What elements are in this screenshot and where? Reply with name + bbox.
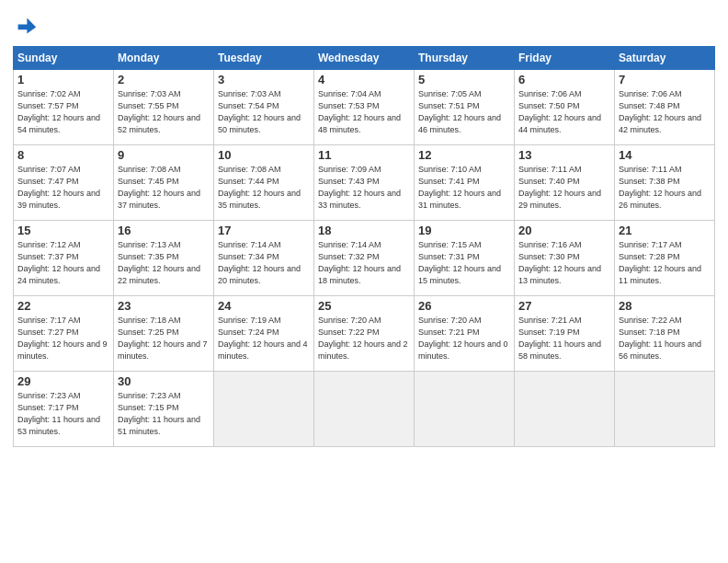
calendar-table: SundayMondayTuesdayWednesdayThursdayFrid… bbox=[13, 46, 715, 447]
table-row: 25Sunrise: 7:20 AMSunset: 7:22 PMDayligh… bbox=[314, 296, 415, 372]
day-info: Sunrise: 7:03 AMSunset: 7:54 PMDaylight:… bbox=[218, 89, 301, 134]
day-number: 27 bbox=[518, 299, 610, 313]
day-number: 30 bbox=[118, 374, 210, 388]
table-row bbox=[515, 372, 615, 447]
table-row: 27Sunrise: 7:21 AMSunset: 7:19 PMDayligh… bbox=[515, 296, 615, 372]
table-row: 17Sunrise: 7:14 AMSunset: 7:34 PMDayligh… bbox=[214, 221, 314, 296]
table-row: 30Sunrise: 7:23 AMSunset: 7:15 PMDayligh… bbox=[114, 372, 214, 447]
day-info: Sunrise: 7:23 AMSunset: 7:17 PMDaylight:… bbox=[17, 391, 100, 436]
day-number: 19 bbox=[418, 224, 510, 237]
column-header-wednesday: Wednesday bbox=[314, 47, 415, 70]
day-info: Sunrise: 7:11 AMSunset: 7:38 PMDaylight:… bbox=[619, 165, 701, 210]
day-info: Sunrise: 7:06 AMSunset: 7:48 PMDaylight:… bbox=[619, 89, 701, 134]
day-number: 21 bbox=[619, 224, 711, 237]
day-number: 6 bbox=[518, 73, 610, 86]
table-row: 26Sunrise: 7:20 AMSunset: 7:21 PMDayligh… bbox=[415, 296, 515, 372]
table-row: 22Sunrise: 7:17 AMSunset: 7:27 PMDayligh… bbox=[14, 296, 114, 372]
day-number: 18 bbox=[318, 224, 410, 237]
day-number: 24 bbox=[218, 299, 310, 313]
day-info: Sunrise: 7:23 AMSunset: 7:15 PMDaylight:… bbox=[118, 391, 200, 436]
table-row: 12Sunrise: 7:10 AMSunset: 7:41 PMDayligh… bbox=[415, 145, 515, 221]
day-info: Sunrise: 7:20 AMSunset: 7:22 PMDaylight:… bbox=[318, 316, 408, 361]
day-info: Sunrise: 7:11 AMSunset: 7:40 PMDaylight:… bbox=[518, 165, 601, 210]
day-number: 5 bbox=[418, 73, 510, 86]
table-row: 23Sunrise: 7:18 AMSunset: 7:25 PMDayligh… bbox=[114, 296, 214, 372]
table-row: 18Sunrise: 7:14 AMSunset: 7:32 PMDayligh… bbox=[314, 221, 415, 296]
table-row: 7Sunrise: 7:06 AMSunset: 7:48 PMDaylight… bbox=[615, 70, 715, 145]
day-number: 7 bbox=[619, 73, 711, 86]
day-info: Sunrise: 7:14 AMSunset: 7:34 PMDaylight:… bbox=[218, 240, 301, 285]
day-info: Sunrise: 7:10 AMSunset: 7:41 PMDaylight:… bbox=[418, 165, 501, 210]
day-number: 1 bbox=[17, 73, 109, 86]
column-header-monday: Monday bbox=[114, 47, 214, 70]
day-info: Sunrise: 7:08 AMSunset: 7:44 PMDaylight:… bbox=[218, 165, 301, 210]
day-number: 12 bbox=[418, 148, 510, 162]
table-row: 24Sunrise: 7:19 AMSunset: 7:24 PMDayligh… bbox=[214, 296, 314, 372]
day-info: Sunrise: 7:21 AMSunset: 7:19 PMDaylight:… bbox=[518, 316, 601, 361]
day-number: 25 bbox=[318, 299, 410, 313]
day-info: Sunrise: 7:17 AMSunset: 7:27 PMDaylight:… bbox=[17, 316, 108, 361]
day-info: Sunrise: 7:19 AMSunset: 7:24 PMDaylight:… bbox=[218, 316, 308, 361]
day-number: 8 bbox=[17, 148, 109, 162]
day-number: 13 bbox=[518, 148, 610, 162]
table-row: 13Sunrise: 7:11 AMSunset: 7:40 PMDayligh… bbox=[515, 145, 615, 221]
day-number: 4 bbox=[318, 73, 410, 86]
column-header-friday: Friday bbox=[515, 47, 615, 70]
table-row bbox=[314, 372, 415, 447]
day-number: 3 bbox=[218, 73, 310, 86]
day-number: 28 bbox=[619, 299, 711, 313]
day-info: Sunrise: 7:18 AMSunset: 7:25 PMDaylight:… bbox=[118, 316, 208, 361]
column-header-saturday: Saturday bbox=[615, 47, 715, 70]
day-number: 10 bbox=[218, 148, 310, 162]
table-row: 4Sunrise: 7:04 AMSunset: 7:53 PMDaylight… bbox=[314, 70, 415, 145]
day-info: Sunrise: 7:02 AMSunset: 7:57 PMDaylight:… bbox=[17, 89, 100, 134]
day-info: Sunrise: 7:15 AMSunset: 7:31 PMDaylight:… bbox=[418, 240, 501, 285]
table-row bbox=[214, 372, 314, 447]
day-number: 11 bbox=[318, 148, 410, 162]
day-info: Sunrise: 7:13 AMSunset: 7:35 PMDaylight:… bbox=[118, 240, 200, 285]
day-number: 16 bbox=[118, 224, 210, 237]
day-info: Sunrise: 7:20 AMSunset: 7:21 PMDaylight:… bbox=[418, 316, 508, 361]
day-number: 26 bbox=[418, 299, 510, 313]
day-number: 17 bbox=[218, 224, 310, 237]
day-number: 20 bbox=[518, 224, 610, 237]
day-info: Sunrise: 7:16 AMSunset: 7:30 PMDaylight:… bbox=[518, 240, 601, 285]
column-header-sunday: Sunday bbox=[14, 47, 114, 70]
day-number: 15 bbox=[17, 224, 109, 237]
table-row: 6Sunrise: 7:06 AMSunset: 7:50 PMDaylight… bbox=[515, 70, 615, 145]
day-info: Sunrise: 7:12 AMSunset: 7:37 PMDaylight:… bbox=[17, 240, 100, 285]
table-row: 10Sunrise: 7:08 AMSunset: 7:44 PMDayligh… bbox=[214, 145, 314, 221]
table-row: 16Sunrise: 7:13 AMSunset: 7:35 PMDayligh… bbox=[114, 221, 214, 296]
day-info: Sunrise: 7:03 AMSunset: 7:55 PMDaylight:… bbox=[118, 89, 200, 134]
table-row: 15Sunrise: 7:12 AMSunset: 7:37 PMDayligh… bbox=[14, 221, 114, 296]
day-info: Sunrise: 7:14 AMSunset: 7:32 PMDaylight:… bbox=[318, 240, 401, 285]
day-info: Sunrise: 7:08 AMSunset: 7:45 PMDaylight:… bbox=[118, 165, 200, 210]
day-number: 29 bbox=[17, 374, 109, 388]
day-info: Sunrise: 7:06 AMSunset: 7:50 PMDaylight:… bbox=[518, 89, 601, 134]
table-row: 8Sunrise: 7:07 AMSunset: 7:47 PMDaylight… bbox=[14, 145, 114, 221]
day-info: Sunrise: 7:07 AMSunset: 7:47 PMDaylight:… bbox=[17, 165, 100, 210]
day-number: 14 bbox=[619, 148, 711, 162]
table-row: 3Sunrise: 7:03 AMSunset: 7:54 PMDaylight… bbox=[214, 70, 314, 145]
column-header-thursday: Thursday bbox=[415, 47, 515, 70]
day-number: 22 bbox=[17, 299, 109, 313]
day-info: Sunrise: 7:04 AMSunset: 7:53 PMDaylight:… bbox=[318, 89, 401, 134]
day-number: 2 bbox=[118, 73, 210, 86]
table-row: 11Sunrise: 7:09 AMSunset: 7:43 PMDayligh… bbox=[314, 145, 415, 221]
table-row: 20Sunrise: 7:16 AMSunset: 7:30 PMDayligh… bbox=[515, 221, 615, 296]
table-row: 29Sunrise: 7:23 AMSunset: 7:17 PMDayligh… bbox=[14, 372, 114, 447]
day-number: 9 bbox=[118, 148, 210, 162]
day-info: Sunrise: 7:09 AMSunset: 7:43 PMDaylight:… bbox=[318, 165, 401, 210]
day-number: 23 bbox=[118, 299, 210, 313]
day-info: Sunrise: 7:05 AMSunset: 7:51 PMDaylight:… bbox=[418, 89, 501, 134]
logo bbox=[13, 13, 42, 39]
column-header-tuesday: Tuesday bbox=[214, 47, 314, 70]
table-row: 5Sunrise: 7:05 AMSunset: 7:51 PMDaylight… bbox=[415, 70, 515, 145]
table-row: 28Sunrise: 7:22 AMSunset: 7:18 PMDayligh… bbox=[615, 296, 715, 372]
table-row: 14Sunrise: 7:11 AMSunset: 7:38 PMDayligh… bbox=[615, 145, 715, 221]
table-row bbox=[415, 372, 515, 447]
table-row bbox=[615, 372, 715, 447]
table-row: 1Sunrise: 7:02 AMSunset: 7:57 PMDaylight… bbox=[14, 70, 114, 145]
day-info: Sunrise: 7:17 AMSunset: 7:28 PMDaylight:… bbox=[619, 240, 701, 285]
table-row: 2Sunrise: 7:03 AMSunset: 7:55 PMDaylight… bbox=[114, 70, 214, 145]
